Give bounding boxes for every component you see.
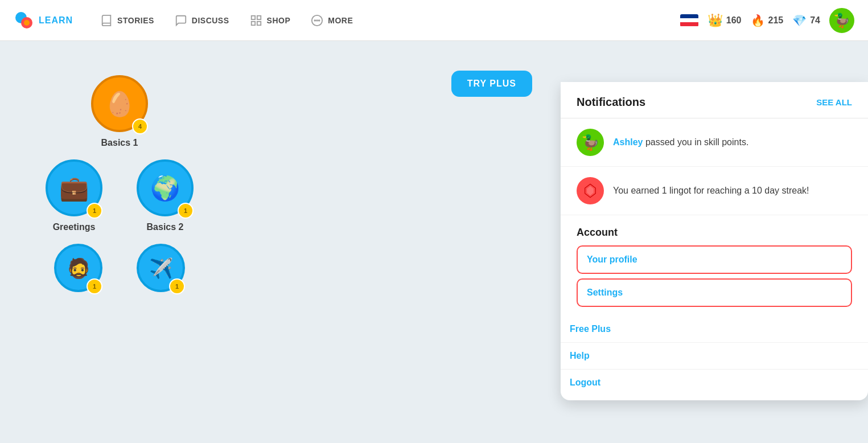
nav-item-discuss[interactable]: DISCUSS [166,9,238,32]
skill-row-3: 🧔 1 ✈️ 1 [54,244,185,292]
lingot-text: You earned 1 lingot for reaching a 10 da… [613,186,809,195]
basics2-label: Basics 2 [147,222,184,232]
basics2-circle: 🌍 1 [137,159,194,216]
travel-circle: ✈️ 1 [137,244,185,292]
svg-rect-3 [251,15,254,19]
help-link[interactable]: Help [561,343,868,370]
dropdown-menu: Notifications SEE ALL 🦆 Ashley passed yo… [561,82,868,400]
logo-text: LEARN [39,15,73,26]
flame-icon: 🔥 [751,14,765,27]
nav-item-shop[interactable]: SHOP [241,9,300,32]
skill-row-1: 🥚 4 Basics 1 [91,75,148,148]
account-title: Account [577,227,852,239]
skill-basics1[interactable]: 🥚 4 Basics 1 [91,75,148,148]
notif-text-lingot: You earned 1 lingot for reaching a 10 da… [613,184,809,197]
lingot-gem-icon [582,183,598,199]
skill-phrases[interactable]: 🧔 1 [54,244,102,292]
chat-icon [175,14,187,27]
logout-link[interactable]: Logout [561,370,868,396]
your-profile-link[interactable]: Your profile [577,245,852,274]
flag-stat[interactable] [680,14,698,27]
avatar-emoji: 🦆 [833,13,850,28]
travel-emoji: ✈️ [149,257,173,280]
svg-point-10 [319,20,320,21]
basics1-label: Basics 1 [101,138,138,148]
greetings-label: Greetings [53,222,96,232]
navbar: LEARN STORIES DISCUSS SHOP [0,0,868,41]
phrases-circle: 🧔 1 [54,244,102,292]
flame-stat[interactable]: 🔥 215 [751,14,784,27]
nav-right: 👑 160 🔥 215 💎 74 🦆 [680,8,854,33]
notifications-title: Notifications [577,96,645,109]
greetings-circle: 💼 1 [46,159,102,216]
basics1-crown: 4 [132,118,148,134]
more-icon [311,14,323,27]
more-label: MORE [328,16,353,25]
shop-label: SHOP [267,16,291,25]
gem-icon: 💎 [792,14,807,27]
phrases-emoji: 🧔 [67,257,90,280]
book-icon [100,14,113,27]
skill-row-2: 💼 1 Greetings 🌍 1 Basics 2 [46,159,194,232]
stories-label: STORIES [117,16,154,25]
see-all-link[interactable]: SEE ALL [816,97,852,107]
greetings-emoji: 💼 [59,174,89,202]
skills-area: 🥚 4 Basics 1 💼 1 Greetings 🌍 1 Bas [46,75,194,292]
crown-icon: 👑 [707,13,723,28]
nav-items: STORIES DISCUSS SHOP [91,9,680,32]
gem-count: 74 [810,15,820,26]
svg-rect-4 [257,15,260,19]
ashley-avatar: 🦆 [577,129,604,156]
travel-crown: 1 [169,278,185,294]
skill-basics2[interactable]: 🌍 1 Basics 2 [137,159,194,232]
ashley-username: Ashley [613,137,643,147]
notification-lingot: You earned 1 lingot for reaching a 10 da… [561,167,868,215]
svg-rect-5 [257,21,260,24]
avatar-button[interactable]: 🦆 [829,8,854,33]
skill-travel[interactable]: ✈️ 1 [137,244,185,292]
nav-item-more[interactable]: MORE [302,9,362,32]
streak-count: 160 [726,15,742,26]
skill-greetings[interactable]: 💼 1 Greetings [46,159,102,232]
flame-count: 215 [768,15,784,26]
phrases-crown: 1 [87,278,102,294]
settings-link[interactable]: Settings [577,278,852,307]
duo-logo-icon [14,10,34,31]
basics1-circle: 🥚 4 [91,75,148,132]
svg-rect-6 [251,21,254,24]
lingot-icon [577,177,604,204]
try-plus-button[interactable]: TRY PLUS [451,71,532,97]
svg-point-2 [24,20,30,26]
free-plus-link[interactable]: Free Plus [561,316,868,343]
ashley-avatar-emoji: 🦆 [581,134,599,151]
shop-icon [250,14,262,27]
dropdown-header: Notifications SEE ALL [561,82,868,118]
main-content: TRY PLUS 🥚 4 Basics 1 💼 1 Greetings [0,41,868,443]
greetings-crown: 1 [87,203,102,219]
crown-stat[interactable]: 👑 160 [707,13,742,28]
ashley-text: passed you in skill points. [645,137,748,147]
notif-text-ashley: Ashley passed you in skill points. [613,136,748,149]
svg-point-9 [316,20,318,21]
svg-point-8 [315,20,316,21]
discuss-label: DISCUSS [192,16,229,25]
logo[interactable]: LEARN [14,10,73,31]
basics2-crown: 1 [178,203,194,219]
nav-item-stories[interactable]: STORIES [91,9,163,32]
notification-ashley: 🦆 Ashley passed you in skill points. [561,118,868,167]
basics1-emoji: 🥚 [105,90,134,118]
account-section: Account Your profile Settings [561,215,868,316]
gem-stat[interactable]: 💎 74 [792,14,820,27]
basics2-emoji: 🌍 [150,174,180,202]
french-flag-icon [680,14,698,27]
